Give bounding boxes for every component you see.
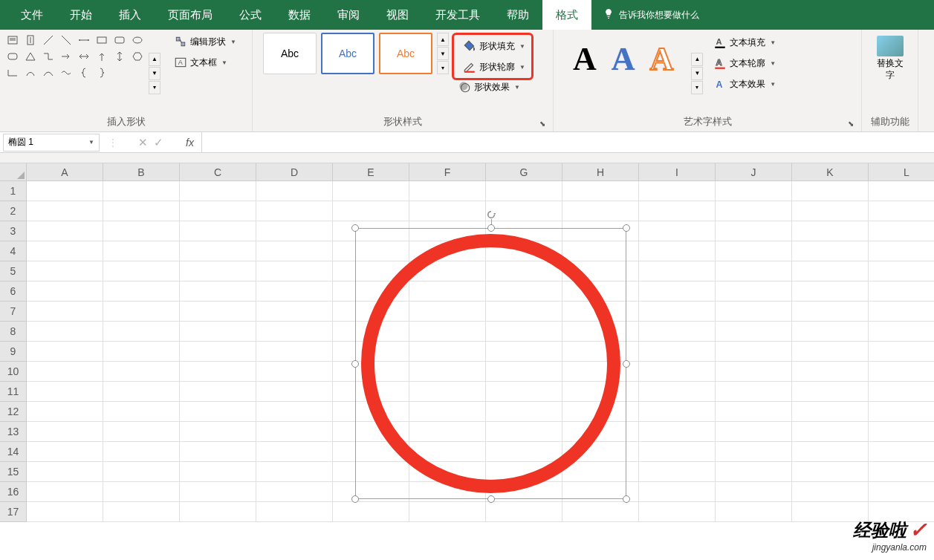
cell-I7[interactable] — [639, 302, 716, 322]
cell-K6[interactable] — [792, 281, 869, 302]
cell-E17[interactable] — [333, 502, 409, 522]
cell-K15[interactable] — [792, 462, 869, 482]
cell-B17[interactable] — [103, 502, 180, 522]
cell-D8[interactable] — [256, 322, 333, 342]
cell-J6[interactable] — [716, 281, 792, 302]
cell-L9[interactable] — [869, 342, 934, 362]
styles-expand[interactable]: ▾ — [437, 61, 449, 74]
cell-B3[interactable] — [103, 221, 180, 241]
col-header-I[interactable]: I — [639, 163, 716, 181]
cell-H17[interactable] — [562, 502, 639, 522]
resize-handle-tr[interactable] — [623, 224, 630, 232]
cell-K16[interactable] — [792, 482, 869, 502]
menu-format[interactable]: 格式 — [542, 0, 591, 30]
cell-B11[interactable] — [103, 382, 180, 402]
rotate-handle[interactable] — [487, 210, 496, 219]
menu-page-layout[interactable]: 页面布局 — [155, 0, 226, 30]
row-header-14[interactable]: 14 — [0, 442, 27, 462]
cell-D9[interactable] — [256, 342, 333, 362]
row-header-1[interactable]: 1 — [0, 181, 27, 201]
shape-fill-button[interactable]: 形状填充 ▼ — [458, 36, 530, 56]
cell-D3[interactable] — [256, 221, 333, 241]
resize-handle-tm[interactable] — [487, 224, 495, 232]
cell-K9[interactable] — [792, 342, 869, 362]
cell-I10[interactable] — [639, 362, 716, 382]
cell-L8[interactable] — [869, 322, 934, 342]
cell-L3[interactable] — [869, 221, 934, 241]
cell-D17[interactable] — [256, 502, 333, 522]
shape-line-icon[interactable] — [40, 33, 56, 48]
cell-B10[interactable] — [103, 362, 180, 382]
resize-handle-mr[interactable] — [623, 360, 630, 368]
cell-I5[interactable] — [639, 261, 716, 281]
oval-shape[interactable] — [361, 234, 620, 493]
wordart-style-2[interactable]: A — [612, 40, 635, 78]
menu-help[interactable]: 帮助 — [493, 0, 542, 30]
cell-I3[interactable] — [639, 221, 716, 241]
cell-D10[interactable] — [256, 362, 333, 382]
cell-J3[interactable] — [716, 221, 792, 241]
cell-J8[interactable] — [716, 322, 792, 342]
cell-J11[interactable] — [716, 382, 792, 402]
cell-B16[interactable] — [103, 482, 180, 502]
cell-D13[interactable] — [256, 422, 333, 442]
menu-developer[interactable]: 开发工具 — [422, 0, 493, 30]
col-header-D[interactable]: D — [256, 163, 333, 181]
styles-scroll-up[interactable]: ▲ — [437, 33, 449, 46]
cell-L14[interactable] — [869, 442, 934, 462]
cell-L13[interactable] — [869, 422, 934, 442]
cell-K4[interactable] — [792, 241, 869, 261]
cell-C7[interactable] — [180, 302, 256, 322]
cell-A2[interactable] — [27, 201, 103, 221]
cell-L16[interactable] — [869, 482, 934, 502]
cell-C3[interactable] — [180, 221, 256, 241]
row-header-8[interactable]: 8 — [0, 322, 27, 342]
cell-A8[interactable] — [27, 322, 103, 342]
resize-handle-bl[interactable] — [351, 495, 359, 503]
menu-formulas[interactable]: 公式 — [226, 0, 275, 30]
shape-hexagon-icon[interactable] — [129, 49, 146, 64]
cell-B12[interactable] — [103, 402, 180, 422]
cell-K2[interactable] — [792, 201, 869, 221]
row-header-11[interactable]: 11 — [0, 382, 27, 402]
cell-I2[interactable] — [639, 201, 716, 221]
cell-J2[interactable] — [716, 201, 792, 221]
cell-A15[interactable] — [27, 462, 103, 482]
cell-L12[interactable] — [869, 402, 934, 422]
cell-F1[interactable] — [409, 181, 486, 201]
cell-C4[interactable] — [180, 241, 256, 261]
shape-lineconn-icon[interactable] — [76, 33, 92, 48]
cell-B6[interactable] — [103, 281, 180, 302]
cell-J13[interactable] — [716, 422, 792, 442]
row-header-5[interactable]: 5 — [0, 261, 27, 281]
col-header-A[interactable]: A — [27, 163, 103, 181]
cell-J9[interactable] — [716, 342, 792, 362]
shape-styles-launcher[interactable]: ⬊ — [538, 120, 547, 128]
shape-curve-icon[interactable] — [40, 65, 56, 80]
tell-me-search[interactable]: 告诉我你想要做什么 — [591, 8, 710, 22]
cell-A6[interactable] — [27, 281, 103, 302]
formula-input[interactable] — [201, 132, 934, 152]
cell-D5[interactable] — [256, 261, 333, 281]
cell-C10[interactable] — [180, 362, 256, 382]
col-header-G[interactable]: G — [486, 163, 562, 181]
shape-outline-button[interactable]: 形状轮廓 ▼ — [458, 57, 530, 76]
cell-A16[interactable] — [27, 482, 103, 502]
cell-B9[interactable] — [103, 342, 180, 362]
row-header-4[interactable]: 4 — [0, 241, 27, 261]
cell-A9[interactable] — [27, 342, 103, 362]
shape-freeform-icon[interactable] — [22, 65, 39, 80]
text-fill-button[interactable]: A 文本填充 ▼ — [709, 33, 780, 52]
cell-B8[interactable] — [103, 322, 180, 342]
cell-I13[interactable] — [639, 422, 716, 442]
menu-home[interactable]: 开始 — [56, 0, 106, 30]
cell-A14[interactable] — [27, 442, 103, 462]
row-header-6[interactable]: 6 — [0, 281, 27, 302]
cell-J4[interactable] — [716, 241, 792, 261]
wordart-scroll-up[interactable]: ▲ — [691, 53, 703, 66]
col-header-H[interactable]: H — [562, 163, 639, 181]
shapes-expand[interactable]: ▾ — [149, 81, 160, 94]
row-header-2[interactable]: 2 — [0, 201, 27, 221]
cell-D16[interactable] — [256, 482, 333, 502]
shape-wave-icon[interactable] — [58, 65, 74, 80]
